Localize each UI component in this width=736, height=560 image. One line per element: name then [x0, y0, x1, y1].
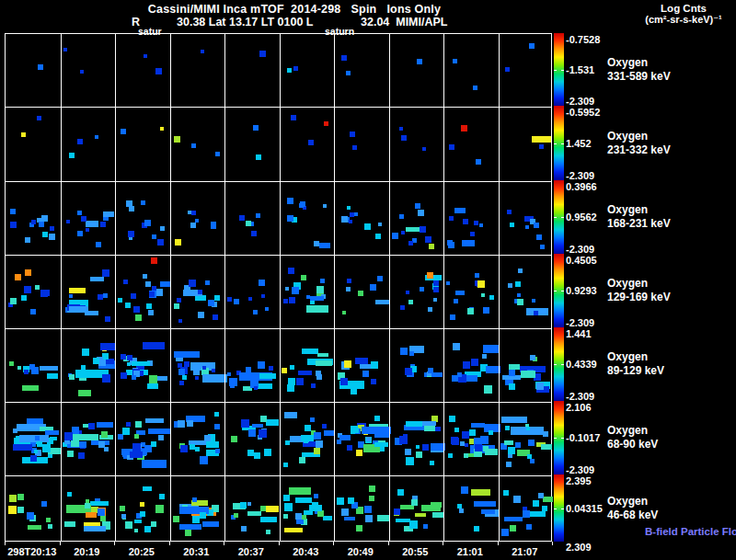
x-axis-tick — [224, 542, 224, 545]
grid-hline — [6, 328, 551, 329]
colorbar-mid-tick — [561, 70, 564, 71]
grid-vline — [115, 34, 116, 541]
colorbar-row-5 — [554, 327, 564, 401]
colorbar-mid-tick — [554, 438, 557, 439]
grid-vline — [170, 34, 171, 541]
grid-vline — [443, 34, 444, 541]
bfield-particle-flow-note: B-field Particle Flow — [645, 526, 736, 537]
colorbar-row-7 — [554, 474, 564, 542]
colorbar-mid-tick — [554, 143, 557, 144]
colorbar-mid-label-row-5: 0.4339 — [566, 359, 597, 370]
colorbar-mid-tick — [554, 217, 557, 218]
plot-title: Cassini/MIMI Inca mTOF 2014-298 Spin Ion… — [0, 3, 589, 16]
colorbar-mid-label-row-7: 0.04315 — [566, 503, 603, 514]
colorbar-mid-tick — [554, 70, 557, 71]
x-axis-tick — [552, 542, 553, 545]
x-axis-tick — [333, 542, 334, 545]
grid-vline — [499, 34, 500, 541]
x-axis-tick — [114, 542, 115, 545]
colorbar-row-1 — [554, 33, 564, 106]
x-axis-tick — [5, 542, 6, 545]
colorbar-mid-tick — [554, 364, 557, 365]
x-axis-tick — [60, 542, 61, 545]
grid-vline — [280, 34, 281, 541]
colorbar-max-label-row-6: 2.106 — [566, 402, 592, 413]
grid-hline — [6, 181, 551, 182]
ephemeris-values: 30.38 Lat 13.17 LT 0100 L — [177, 16, 313, 29]
grid-hline — [6, 107, 551, 108]
colorbar-min-label-row-6: -2.309 — [566, 464, 594, 475]
colorbar-max-label-row-3: 0.3966 — [566, 181, 597, 192]
colorbar-min-label-row-2: -2.309 — [566, 170, 594, 181]
colorbar-mid-tick — [554, 509, 557, 509]
x-axis-tick — [498, 542, 499, 545]
l-value-and-agency: 32.04 MIMI/APL — [361, 16, 447, 29]
colorbar-row-6 — [554, 401, 564, 474]
energy-label-row-1: Oxygen 331-589 keV — [607, 56, 671, 84]
colorbar-mid-label-row-6: -0.1017 — [566, 432, 600, 443]
colorbar-min-label-row-1: -2.309 — [566, 96, 594, 107]
colorbar-max-label-row-5: 1.441 — [566, 328, 592, 339]
colorbar-mid-tick — [561, 509, 564, 509]
energy-label-row-3: Oxygen 168-231 keV — [607, 203, 671, 231]
colorbar-mid-label-row-3: 0.9562 — [566, 211, 597, 223]
grid-vline — [334, 34, 335, 541]
spectrogram-screen: Cassini/MIMI Inca mTOF 2014-298 Spin Ion… — [0, 0, 736, 560]
energy-label-row-2: Oxygen 231-332 keV — [607, 130, 671, 157]
colorbar-mid-label-row-1: -1.531 — [566, 64, 594, 75]
colorbar-mid-label-row-2: 1.452 — [566, 138, 592, 149]
grid-vline — [61, 34, 62, 541]
colorbar-mid-tick — [554, 291, 557, 291]
colorbar-title-line1: Log Cnts — [635, 3, 732, 14]
x-axis-tick — [279, 542, 280, 545]
colorbar-title-line2: (cm²-sr-s-keV)⁻¹ — [633, 14, 734, 26]
colorbar-mid-tick — [561, 291, 564, 291]
x-axis-label: 21:07 — [491, 546, 558, 557]
colorbar-min-label-row-3: -2.309 — [566, 244, 594, 255]
x-axis-tick — [443, 542, 443, 545]
energy-label-row-7: Oxygen 46-68 keV — [607, 495, 658, 522]
energy-label-row-5: Oxygen 89-129 keV — [607, 350, 664, 378]
grid-hline — [6, 255, 551, 256]
colorbar-max-label-row-4: 0.4505 — [566, 255, 597, 266]
colorbar-mid-tick — [561, 438, 564, 439]
colorbar-min-label-row-4: -2.309 — [566, 317, 594, 328]
energy-label-row-6: Oxygen 68-90 keV — [607, 424, 658, 451]
x-axis-tick — [388, 542, 389, 545]
colorbar-mid-tick — [561, 217, 564, 218]
colorbar-min-label-row-5: -2.309 — [566, 391, 594, 402]
colorbar-mid-tick — [561, 143, 564, 144]
plot-area — [5, 33, 552, 542]
colorbar-mid-tick — [561, 364, 564, 365]
colorbar-min-label-row-7: 2.309 — [566, 542, 592, 553]
colorbar-mid-label-row-4: 0.9293 — [566, 285, 597, 296]
colorbar-max-label-row-1: -0.7528 — [566, 34, 600, 45]
colorbar-row-4 — [554, 254, 564, 327]
grid-hline — [6, 402, 551, 403]
energy-label-row-4: Oxygen 129-169 keV — [607, 277, 671, 304]
grid-hline — [6, 475, 551, 476]
x-axis-tick — [169, 542, 170, 545]
colorbar-max-label-row-7: 2.395 — [566, 475, 592, 486]
colorbar-row-3 — [554, 180, 564, 254]
grid-vline — [389, 34, 390, 541]
colorbar-max-label-row-2: -0.5952 — [566, 107, 600, 118]
colorbar-row-2 — [554, 106, 564, 180]
grid-vline — [224, 34, 225, 541]
